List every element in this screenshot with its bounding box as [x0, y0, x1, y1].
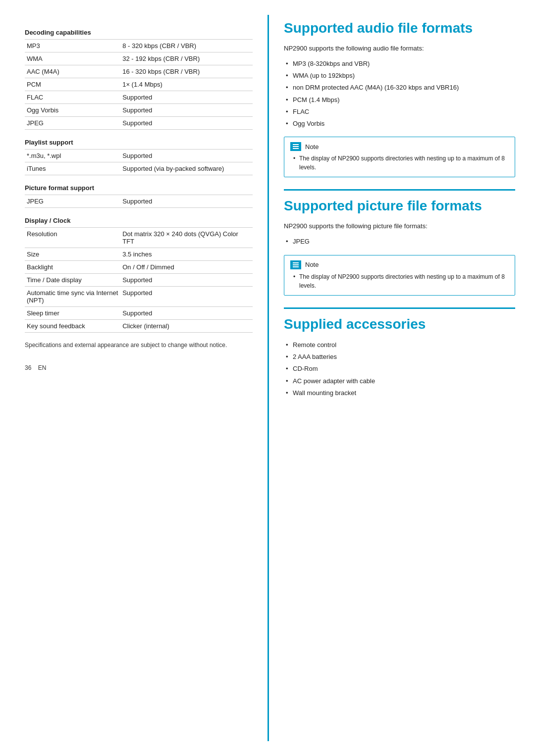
section-title-accessories: Supplied accessories [284, 307, 515, 333]
table-row: Key sound feedbackClicker (internal) [25, 320, 253, 333]
bullet-list-audio: MP3 (8-320kbps and VBR)WMA (up to 192kbp… [284, 58, 515, 130]
table-cell-label: MP3 [25, 40, 120, 52]
table-row: PCM1× (1.4 Mbps) [25, 78, 253, 91]
table-cell-value: Supported [120, 150, 253, 162]
left-column: Decoding capabilitiesMP38 - 320 kbps (CB… [0, 15, 268, 741]
table-row: BacklightOn / Off / Dimmed [25, 261, 253, 274]
table-cell-label: AAC (M4A) [25, 65, 120, 78]
table-cell-value: Supported [120, 307, 253, 320]
note-box-picture: NoteThe display of NP2900 supports direc… [284, 255, 515, 296]
list-item: Remote control [284, 339, 515, 351]
table-row: Sleep timerSupported [25, 307, 253, 320]
table-row: WMA32 - 192 kbps (CBR / VBR) [25, 52, 253, 65]
table-cell-label: PCM [25, 78, 120, 91]
table-row: JPEGSupported [25, 195, 253, 208]
table-cell-value: Clicker (internal) [120, 320, 253, 333]
list-item: Ogg Vorbis [284, 118, 515, 130]
table-cell-label: Key sound feedback [25, 320, 120, 333]
right-section-audio: Supported audio file formatsNP2900 suppo… [284, 20, 515, 177]
table-cell-value: On / Off / Dimmed [120, 261, 253, 274]
table-cell-label: *.m3u, *.wpl [25, 150, 120, 162]
table-cell-label: Time / Date display [25, 274, 120, 287]
table-cell-label: Ogg Vorbis [25, 104, 120, 117]
list-item: 2 AAA batteries [284, 351, 515, 363]
note-header: Note [290, 142, 509, 151]
table-row: JPEGSupported [25, 117, 253, 130]
spec-table-decoding: MP38 - 320 kbps (CBR / VBR)WMA32 - 192 k… [25, 39, 253, 130]
table-cell-value: Supported [120, 117, 253, 130]
note-content: The display of NP2900 supports directori… [290, 272, 509, 290]
list-item: CD-Rom [284, 363, 515, 375]
table-cell-label: FLAC [25, 91, 120, 104]
section-title-audio: Supported audio file formats [284, 20, 515, 37]
note-label: Note [305, 143, 319, 151]
note-header: Note [290, 260, 509, 269]
right-section-accessories: Supplied accessoriesRemote control2 AAA … [284, 307, 515, 400]
list-item: non DRM protected AAC (M4A) (16-320 kbps… [284, 82, 515, 94]
table-cell-label: Sleep timer [25, 307, 120, 320]
table-cell-label: Backlight [25, 261, 120, 274]
table-cell-value: Supported [120, 104, 253, 117]
list-item: PCM (1.4 Mbps) [284, 94, 515, 106]
spec-table-display: ResolutionDot matrix 320 × 240 dots (QVG… [25, 227, 253, 333]
list-item: JPEG [284, 236, 515, 248]
note-content: The display of NP2900 supports directori… [290, 154, 509, 172]
spec-table-picture: JPEGSupported [25, 195, 253, 208]
table-cell-value: 8 - 320 kbps (CBR / VBR) [120, 40, 253, 52]
right-column: Supported audio file formatsNP2900 suppo… [268, 15, 535, 741]
section-heading-decoding: Decoding capabilities [25, 29, 253, 36]
table-cell-label: JPEG [25, 117, 120, 130]
section-title-picture: Supported picture file formats [284, 189, 515, 214]
table-row: Ogg VorbisSupported [25, 104, 253, 117]
list-item: AC power adapter with cable [284, 375, 515, 387]
table-cell-value: Supported [120, 274, 253, 287]
page-number: 36 EN [25, 364, 253, 371]
table-cell-value: 16 - 320 kbps (CBR / VBR) [120, 65, 253, 78]
table-cell-label: JPEG [25, 195, 120, 208]
table-cell-value: 3.5 inches [120, 248, 253, 261]
table-row: iTunesSupported (via by-packed software) [25, 162, 253, 175]
note-text: The display of NP2900 supports directori… [292, 154, 509, 172]
table-cell-value: Supported (via by-packed software) [120, 162, 253, 175]
section-desc-picture: NP2900 supports the following picture fi… [284, 221, 515, 231]
table-row: Size3.5 inches [25, 248, 253, 261]
table-row: *.m3u, *.wplSupported [25, 150, 253, 162]
table-row: ResolutionDot matrix 320 × 240 dots (QVG… [25, 228, 253, 248]
table-row: Time / Date displaySupported [25, 274, 253, 287]
section-desc-audio: NP2900 supports the following audio file… [284, 44, 515, 53]
right-section-picture: Supported picture file formatsNP2900 sup… [284, 189, 515, 295]
table-cell-value: Supported [120, 91, 253, 104]
footer-note: Specifications and external appearance a… [25, 341, 253, 350]
table-cell-value: Dot matrix 320 × 240 dots (QVGA) Color T… [120, 228, 253, 248]
table-cell-label: iTunes [25, 162, 120, 175]
list-item: WMA (up to 192kbps) [284, 70, 515, 82]
note-box-audio: NoteThe display of NP2900 supports direc… [284, 137, 515, 177]
section-heading-display: Display / Clock [25, 217, 253, 224]
spec-table-playlist: *.m3u, *.wplSupportediTunesSupported (vi… [25, 149, 253, 175]
table-row: Automatic time sync via Internet (NPT)Su… [25, 287, 253, 307]
bullet-list-accessories: Remote control2 AAA batteriesCD-RomAC po… [284, 339, 515, 399]
note-icon [290, 260, 301, 269]
section-heading-picture: Picture format support [25, 184, 253, 192]
table-row: FLACSupported [25, 91, 253, 104]
table-row: MP38 - 320 kbps (CBR / VBR) [25, 40, 253, 52]
section-heading-playlist: Playlist support [25, 139, 253, 146]
list-item: MP3 (8-320kbps and VBR) [284, 58, 515, 70]
table-row: AAC (M4A)16 - 320 kbps (CBR / VBR) [25, 65, 253, 78]
list-item: Wall mounting bracket [284, 387, 515, 399]
note-text: The display of NP2900 supports directori… [292, 272, 509, 290]
table-cell-label: Size [25, 248, 120, 261]
table-cell-value: Supported [120, 195, 253, 208]
table-cell-value: 32 - 192 kbps (CBR / VBR) [120, 52, 253, 65]
list-item: FLAC [284, 106, 515, 118]
note-label: Note [305, 261, 319, 268]
table-cell-value: Supported [120, 287, 253, 307]
table-cell-label: WMA [25, 52, 120, 65]
bullet-list-picture: JPEG [284, 236, 515, 248]
table-cell-label: Automatic time sync via Internet (NPT) [25, 287, 120, 307]
page-container: Decoding capabilitiesMP38 - 320 kbps (CB… [0, 0, 535, 756]
note-icon [290, 142, 301, 151]
table-cell-label: Resolution [25, 228, 120, 248]
table-cell-value: 1× (1.4 Mbps) [120, 78, 253, 91]
